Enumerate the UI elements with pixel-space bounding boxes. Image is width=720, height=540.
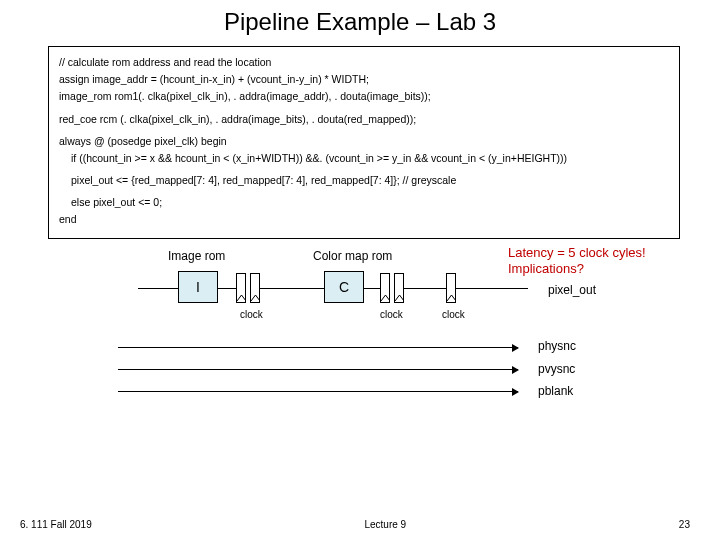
register-icon [250, 273, 260, 303]
image-rom-box: I [178, 271, 218, 303]
pixel-out-label: pixel_out [548, 283, 596, 297]
latency-text: Latency = 5 clock cyles! Implications? [508, 245, 646, 279]
slide-title: Pipeline Example – Lab 3 [0, 0, 720, 46]
pipeline-diagram: Image rom Color map rom Latency = 5 cloc… [48, 249, 690, 409]
footer-right: 23 [679, 519, 690, 530]
code-line: pixel_out <= {red_mapped[7: 4], red_mapp… [59, 173, 669, 187]
clock-label: clock [442, 309, 465, 320]
wire [218, 288, 236, 289]
color-map-rom-label: Color map rom [313, 249, 392, 263]
signal-arrow [118, 369, 518, 370]
wire [404, 288, 446, 289]
code-line: image_rom rom1(. clka(pixel_clk_in), . a… [59, 89, 669, 103]
wire [456, 288, 528, 289]
physnc-label: physnc [538, 339, 576, 353]
register-icon [446, 273, 456, 303]
clock-label: clock [380, 309, 403, 320]
code-line: else pixel_out <= 0; [59, 195, 669, 209]
footer-left: 6. 111 Fall 2019 [20, 519, 92, 530]
code-line: red_coe rcm (. clka(pixel_clk_in), . add… [59, 112, 669, 126]
code-line: assign image_addr = (hcount_in-x_in) + (… [59, 72, 669, 86]
wire [260, 288, 324, 289]
register-icon [380, 273, 390, 303]
pblank-label: pblank [538, 384, 573, 398]
register-icon [236, 273, 246, 303]
code-line: always @ (posedge pixel_clk) begin [59, 134, 669, 148]
footer-center: Lecture 9 [364, 519, 406, 530]
clock-label: clock [240, 309, 263, 320]
color-rom-box: C [324, 271, 364, 303]
register-icon [394, 273, 404, 303]
code-line: if ((hcount_in >= x && hcount_in < (x_in… [59, 151, 669, 165]
image-rom-label: Image rom [168, 249, 225, 263]
signal-arrow [118, 391, 518, 392]
code-line: // calculate rom address and read the lo… [59, 55, 669, 69]
wire [138, 288, 178, 289]
signal-arrow [118, 347, 518, 348]
wire [364, 288, 380, 289]
code-line: end [59, 212, 669, 226]
pvysnc-label: pvysnc [538, 362, 575, 376]
code-box: // calculate rom address and read the lo… [48, 46, 680, 239]
slide-footer: 6. 111 Fall 2019 Lecture 9 23 [0, 519, 720, 530]
